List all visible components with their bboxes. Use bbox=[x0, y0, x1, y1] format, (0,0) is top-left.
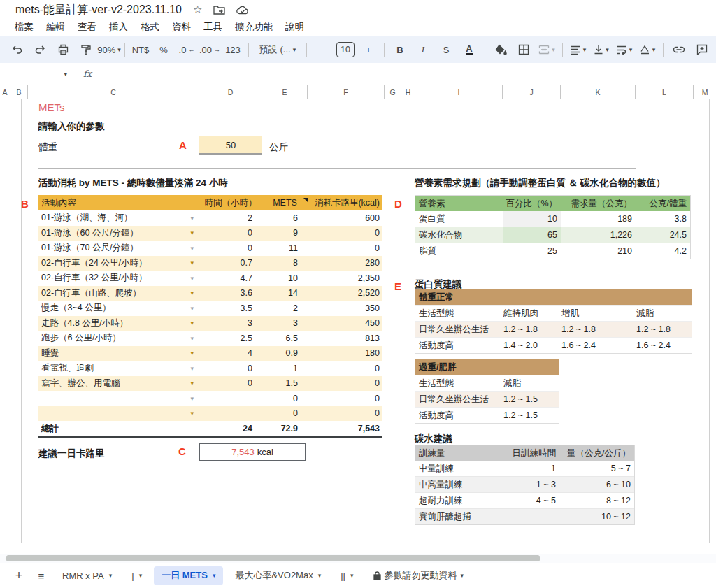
paint-format-button[interactable] bbox=[75, 40, 97, 59]
number-format-button[interactable]: 123 bbox=[222, 40, 244, 59]
column-header[interactable]: M bbox=[694, 85, 716, 99]
chevron-down-icon: ▾ bbox=[606, 46, 609, 53]
sheet-tab-daily-mets[interactable]: 一日 METS▾ bbox=[154, 566, 223, 585]
insert-link-button[interactable] bbox=[668, 40, 690, 59]
bold-button[interactable]: B bbox=[389, 40, 411, 59]
nutrition-header-row: 營養素 百分比（%） 需求量（公克） 公克/體重 bbox=[415, 196, 690, 211]
currency-format-button[interactable]: NT$ bbox=[129, 40, 152, 59]
table-row: 慢走（3~4 公里）▾3.52350 bbox=[38, 301, 382, 316]
menu-extensions[interactable]: 擴充功能 bbox=[229, 19, 279, 36]
chevron-down-icon: ▾ bbox=[139, 572, 143, 579]
menu-format[interactable]: 格式 bbox=[134, 19, 166, 36]
dropdown-arrow-icon[interactable]: ▾ bbox=[190, 350, 194, 357]
increase-decimal-button[interactable]: .00→ bbox=[199, 40, 221, 59]
protein-overweight-table: 過重/肥胖 生活型態 減脂 日常久坐辦公生活 1.2 ~ 1.5 活動度高 1.… bbox=[415, 359, 559, 424]
column-header[interactable]: L bbox=[636, 85, 694, 99]
dropdown-arrow-icon[interactable]: ▾ bbox=[190, 215, 194, 222]
menu-tools[interactable]: 工具 bbox=[197, 19, 229, 36]
dropdown-arrow-icon[interactable]: ▾ bbox=[190, 259, 194, 266]
protein-pct-cell[interactable]: 10 bbox=[503, 211, 561, 227]
column-header[interactable]: I bbox=[415, 85, 503, 99]
sheet-tab-params[interactable]: 參數請勿更動資料 ▾ bbox=[366, 566, 472, 585]
star-icon[interactable]: ☆ bbox=[193, 3, 202, 16]
column-header[interactable]: G bbox=[385, 85, 401, 99]
column-header[interactable]: F bbox=[308, 85, 385, 99]
cloud-saved-icon[interactable] bbox=[236, 6, 249, 15]
dropdown-arrow-icon[interactable]: ▾ bbox=[190, 245, 194, 252]
scrollbar-thumb[interactable] bbox=[6, 555, 540, 561]
column-header[interactable]: A bbox=[0, 85, 10, 99]
dropdown-arrow-icon[interactable]: ▾ bbox=[190, 395, 194, 402]
menu-insert[interactable]: 插入 bbox=[103, 19, 134, 36]
column-header[interactable]: H bbox=[401, 85, 415, 99]
weight-unit: 公斤 bbox=[269, 141, 288, 154]
move-folder-icon[interactable] bbox=[213, 5, 225, 15]
dropdown-arrow-icon[interactable]: ▾ bbox=[190, 229, 194, 236]
dropdown-arrow-icon[interactable]: ▾ bbox=[190, 365, 194, 372]
chevron-down-icon: ▾ bbox=[109, 572, 113, 579]
column-header[interactable]: B bbox=[10, 85, 28, 99]
sheet-tab-rmr[interactable]: RMR x PA▾ bbox=[55, 566, 120, 585]
all-sheets-button[interactable]: ≡ bbox=[32, 566, 50, 585]
text-wrap-button[interactable]: ▾ bbox=[613, 40, 636, 59]
italic-button[interactable]: I bbox=[412, 40, 434, 59]
dropdown-arrow-icon[interactable]: ▾ bbox=[190, 335, 194, 342]
toolbar: 90%▾ NT$ % .0← .00→ 123 預設 (...▾ − 10 + … bbox=[0, 36, 716, 63]
activity-header-row: 活動內容 時間（小時） METS 消耗卡路里(kcal) bbox=[38, 195, 382, 210]
zoom-select[interactable]: 90%▾ bbox=[98, 40, 120, 59]
merge-cells-button[interactable]: ▾ bbox=[536, 40, 558, 59]
table-row: 02-自行車（32 公里/小時）▾4.7102,350 bbox=[38, 271, 382, 286]
column-header[interactable]: E bbox=[262, 85, 308, 99]
params-title: 請輸入你的參數 bbox=[38, 120, 105, 133]
dropdown-arrow-icon[interactable]: ▾ bbox=[190, 305, 194, 312]
decrease-font-size-button[interactable]: − bbox=[311, 40, 334, 59]
menu-file[interactable]: 檔案 bbox=[8, 19, 40, 36]
strikethrough-button[interactable]: S bbox=[435, 40, 457, 59]
menu-view[interactable]: 查看 bbox=[71, 19, 103, 36]
marker-c: C bbox=[178, 445, 186, 457]
menu-edit[interactable]: 編輯 bbox=[40, 19, 71, 36]
dropdown-arrow-icon[interactable]: ▾ bbox=[190, 380, 194, 387]
formula-input[interactable] bbox=[92, 63, 716, 85]
borders-button[interactable] bbox=[513, 40, 535, 59]
menu-help[interactable]: 說明 bbox=[279, 19, 310, 36]
undo-button[interactable] bbox=[6, 40, 28, 59]
text-rotation-button[interactable]: ▾ bbox=[636, 40, 659, 59]
horizontal-align-button[interactable]: ▾ bbox=[567, 40, 589, 59]
font-size-input[interactable]: 10 bbox=[334, 40, 357, 59]
table-row: 碳水化合物 65 1,226 24.5 bbox=[415, 227, 690, 243]
horizontal-scrollbar bbox=[0, 554, 716, 563]
fill-color-button[interactable] bbox=[489, 40, 512, 59]
print-button[interactable] bbox=[52, 40, 74, 59]
column-header[interactable]: C bbox=[28, 85, 199, 99]
weight-input-cell[interactable]: 50 bbox=[199, 136, 262, 155]
font-select[interactable]: 預設 (...▾ bbox=[253, 40, 302, 59]
activity-table: 活動內容 時間（小時） METS 消耗卡路里(kcal) 01-游泳（湖、海、河… bbox=[38, 195, 382, 438]
dropdown-arrow-icon[interactable]: ▾ bbox=[190, 275, 194, 282]
document-title[interactable]: mets-能量計算-ver-v2-2023.11.10 bbox=[15, 3, 182, 17]
name-box[interactable]: ▾ bbox=[0, 71, 73, 78]
add-sheet-button[interactable]: + bbox=[10, 566, 28, 585]
sheet-tab-pipes[interactable]: ||▾ bbox=[333, 566, 361, 585]
sheet-tab-hr-vo2max[interactable]: 最大心率&VO2Max▾ bbox=[227, 566, 329, 585]
redo-button[interactable] bbox=[29, 40, 51, 59]
percent-format-button[interactable]: % bbox=[152, 40, 175, 59]
carbs-table: 訓練量 日訓練時間 量（公克/公斤） 中量訓練 1 5 ~ 7 中高量訓練 1 … bbox=[415, 445, 635, 525]
column-header[interactable]: D bbox=[199, 85, 262, 99]
column-header[interactable]: J bbox=[503, 85, 561, 99]
text-color-button[interactable]: A bbox=[458, 40, 480, 59]
table-row: 生活型態 減脂 bbox=[415, 375, 559, 391]
table-row: ▾00 bbox=[38, 406, 382, 422]
dropdown-arrow-icon[interactable]: ▾ bbox=[190, 320, 194, 327]
menu-data[interactable]: 資料 bbox=[166, 19, 197, 36]
dropdown-arrow-icon[interactable]: ▾ bbox=[190, 410, 194, 417]
increase-font-size-button[interactable]: + bbox=[357, 40, 380, 59]
sheet-tab-pipe[interactable]: |▾ bbox=[124, 566, 150, 585]
column-header[interactable]: K bbox=[561, 85, 636, 99]
table-row: 日常久坐辦公生活 1.2 ~ 1.5 bbox=[415, 391, 559, 407]
vertical-align-button[interactable]: ▾ bbox=[590, 40, 613, 59]
insert-comment-button[interactable] bbox=[691, 40, 713, 59]
dropdown-arrow-icon[interactable]: ▾ bbox=[190, 289, 194, 296]
decrease-decimal-button[interactable]: .0← bbox=[176, 40, 198, 59]
carbs-pct-cell[interactable]: 65 bbox=[503, 227, 561, 243]
